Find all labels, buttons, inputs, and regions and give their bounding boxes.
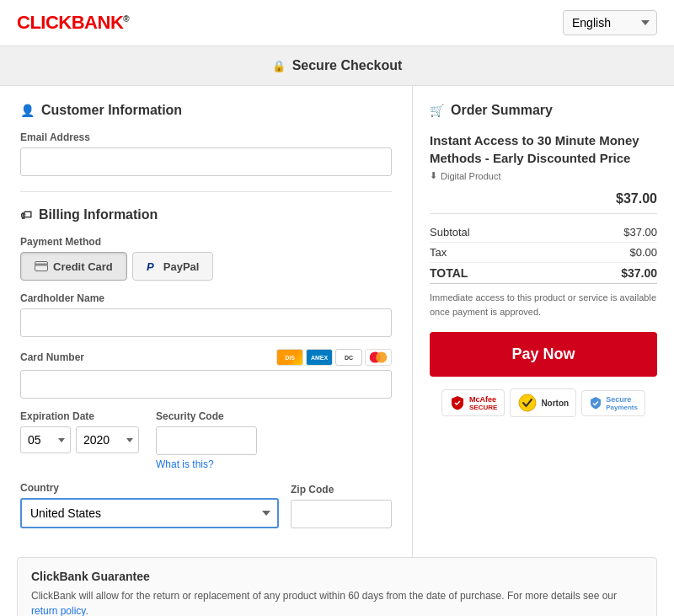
subtotal-value: $37.00: [623, 226, 657, 238]
amex-icon: AMEX: [306, 349, 333, 366]
logo-bank: BANK: [72, 12, 124, 33]
tax-value: $0.00: [629, 246, 657, 259]
norton-icon: [517, 394, 538, 412]
order-summary-title: Order Summary: [451, 103, 553, 118]
pay-now-button[interactable]: Pay Now: [430, 332, 657, 377]
cardholder-label: Cardholder Name: [20, 292, 392, 304]
return-policy-link[interactable]: return policy: [31, 605, 85, 616]
total-row: TOTAL $37.00: [430, 263, 657, 284]
user-icon: [20, 103, 35, 118]
main-content: Customer Information Email Address Billi…: [0, 86, 674, 557]
access-note: Immediate access to this product or serv…: [430, 291, 657, 319]
mcafee-text: McAfee SECURE: [469, 395, 497, 411]
language-select[interactable]: English Spanish French German Portuguese: [563, 10, 657, 35]
left-panel: Customer Information Email Address Billi…: [0, 86, 413, 557]
norton-badge: Norton: [510, 388, 576, 417]
email-group: Email Address: [20, 131, 392, 176]
card-number-group: Card Number DIS AMEX DC: [20, 349, 392, 399]
card-number-header: Card Number DIS AMEX DC: [20, 349, 392, 366]
credit-card-icon: [35, 261, 48, 271]
guarantee-text: ClickBank will allow for the return or r…: [31, 588, 643, 616]
security-code-input[interactable]: [156, 426, 257, 455]
logo-click: CLICK: [17, 12, 72, 33]
mastercard-icon: [365, 349, 392, 366]
exp-selects: 05 01020304 06070809 101112 2020 2021202…: [20, 426, 139, 453]
country-label: Country: [20, 482, 279, 494]
paypal-icon: P: [147, 260, 158, 273]
security-code-label: Security Code: [156, 410, 257, 422]
exp-year-select[interactable]: 2020 2021202220232024 2025202620272028: [76, 426, 139, 453]
mcafee-icon: [449, 394, 466, 411]
card-number-input[interactable]: [20, 370, 392, 399]
zip-input[interactable]: [291, 500, 392, 528]
guarantee-body: ClickBank will allow for the return or r…: [31, 590, 617, 602]
what-is-this-link[interactable]: What is this?: [156, 458, 257, 470]
expiration-group: Expiration Date 05 01020304 06070809 101…: [20, 410, 139, 453]
billing-section-title: Billing Information: [39, 207, 158, 222]
secure-payments-badge: Secure Payments: [581, 390, 645, 416]
mastercard-svg: [366, 349, 391, 366]
cardholder-group: Cardholder Name: [20, 292, 392, 337]
svg-text:P: P: [147, 260, 154, 273]
customer-section-title: Customer Information: [41, 103, 182, 118]
payment-method-group: Payment Method Credit Card P PayPal: [20, 236, 392, 281]
total-value: $37.00: [621, 266, 657, 280]
right-panel: Order Summary Instant Access to 30 Minut…: [413, 86, 674, 557]
cart-icon: [430, 103, 444, 118]
svg-point-5: [519, 394, 536, 411]
order-summary-header: Order Summary: [430, 103, 657, 118]
product-title: Instant Access to 30 Minute Money Method…: [430, 131, 657, 167]
guarantee-title: ClickBank Guarantee: [31, 570, 643, 583]
billing-section-header: Billing Information: [20, 207, 392, 222]
email-label: Email Address: [20, 131, 392, 143]
diners-icon: DC: [335, 349, 362, 366]
customer-section-header: Customer Information: [20, 103, 392, 118]
tag-icon: [20, 207, 32, 222]
secure-payments-text: Secure Payments: [606, 395, 638, 411]
email-input[interactable]: [20, 147, 392, 176]
paypal-button[interactable]: P PayPal: [132, 252, 214, 281]
zip-group: Zip Code: [291, 484, 392, 528]
country-zip-row: Country United States Canada United King…: [20, 482, 392, 540]
secure-checkout-banner: Secure Checkout: [0, 46, 674, 86]
credit-card-button[interactable]: Credit Card: [20, 252, 127, 281]
zip-label: Zip Code: [291, 484, 392, 495]
download-icon: [430, 170, 437, 181]
exp-sec-row: Expiration Date 05 01020304 06070809 101…: [20, 410, 392, 482]
svg-rect-1: [35, 264, 48, 266]
header: CLICKBANK® English Spanish French German…: [0, 0, 674, 46]
expiration-label: Expiration Date: [20, 410, 139, 422]
subtotal-label: Subtotal: [430, 226, 470, 238]
exp-month-select[interactable]: 05 01020304 06070809 101112: [20, 426, 71, 453]
price-main: $37.00: [430, 191, 657, 214]
subtotal-row: Subtotal $37.00: [430, 222, 657, 243]
payment-methods-row: Credit Card P PayPal: [20, 252, 392, 281]
card-icons-row: DIS AMEX DC: [276, 349, 392, 366]
total-label: TOTAL: [430, 266, 468, 280]
digital-badge: Digital Product: [430, 170, 657, 181]
card-number-label: Card Number: [20, 351, 84, 363]
cardholder-input[interactable]: [20, 308, 392, 337]
security-code-group: Security Code What is this?: [156, 410, 257, 470]
norton-text: Norton: [541, 399, 569, 408]
section-divider-1: [20, 191, 392, 192]
tax-row: Tax $0.00: [430, 243, 657, 263]
discover-icon: DIS: [276, 349, 303, 366]
lock-icon: [272, 58, 286, 73]
logo-reg: ®: [123, 14, 129, 24]
logo: CLICKBANK®: [17, 12, 129, 34]
country-group: Country United States Canada United King…: [20, 482, 279, 528]
credit-card-label: Credit Card: [53, 260, 113, 273]
paypal-label: PayPal: [163, 260, 200, 273]
svg-point-4: [376, 351, 387, 362]
svg-rect-0: [35, 262, 48, 271]
secure-checkout-label: Secure Checkout: [292, 58, 403, 73]
country-select[interactable]: United States Canada United Kingdom Aust…: [20, 498, 279, 528]
mcafee-badge: McAfee SECURE: [441, 389, 505, 416]
security-badges: McAfee SECURE Norton Secure: [430, 388, 657, 417]
guarantee-section: ClickBank Guarantee ClickBank will allow…: [17, 557, 657, 616]
secure-payments-icon: [589, 396, 602, 410]
tax-label: Tax: [430, 246, 447, 259]
digital-badge-label: Digital Product: [441, 171, 501, 181]
payment-method-label: Payment Method: [20, 236, 392, 248]
